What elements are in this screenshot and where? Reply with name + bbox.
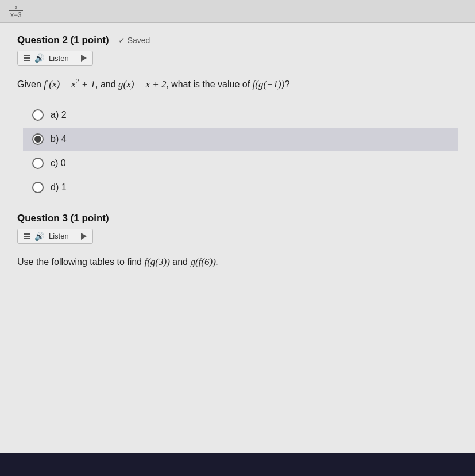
- option-d[interactable]: d) 1: [23, 176, 458, 199]
- speaker-icon: 🔊: [34, 53, 44, 63]
- listen-label-q3: Listen: [49, 232, 69, 240]
- q2-comma-and: , and: [95, 79, 118, 89]
- listen-bar-q3[interactable]: 🔊 Listen: [17, 229, 93, 244]
- question3-title: Question 3: [17, 213, 68, 224]
- q2-post-text: what is the value of: [171, 79, 250, 89]
- radio-b[interactable]: [32, 133, 44, 145]
- saved-check-icon: ✓: [118, 36, 125, 45]
- listen-bar-q2[interactable]: 🔊 Listen: [17, 51, 93, 66]
- play-button-q2[interactable]: [75, 52, 92, 64]
- option-b-label: b) 4: [51, 134, 67, 144]
- radio-c[interactable]: [32, 158, 44, 169]
- lines-icon: [24, 55, 30, 61]
- option-c-label: c) 0: [51, 158, 66, 168]
- q2-pre-text: Given: [17, 79, 41, 89]
- radio-d[interactable]: [32, 182, 44, 193]
- q2-fx: f (x) = x2 + 1: [44, 79, 95, 90]
- top-bar-text: x x−3: [9, 10, 23, 19]
- question2-title: Question 2 (1 point): [17, 34, 109, 46]
- q2-end: ?: [284, 79, 289, 89]
- bottom-bar: [0, 453, 475, 476]
- q3-fg3: f(g(3)): [144, 256, 169, 267]
- radio-a[interactable]: [32, 109, 44, 121]
- play-triangle-icon-q3: [81, 233, 87, 240]
- q3-and: and: [172, 257, 188, 267]
- q3-gf6: g(f(6)).: [190, 256, 218, 267]
- listen-label-q2: Listen: [49, 54, 69, 63]
- question2-header: Question 2 (1 point) ✓ Saved: [17, 34, 458, 46]
- question3-header: Question 3 (1 point): [17, 213, 458, 224]
- saved-label: ✓ Saved: [118, 36, 150, 45]
- question3-text: Use the following tables to find f(g(3))…: [17, 254, 458, 270]
- option-c[interactable]: c) 0: [23, 152, 458, 175]
- listen-button-q2[interactable]: 🔊 Listen: [18, 51, 75, 65]
- options-list-q2: a) 2 b) 4 c) 0 d) 1: [23, 103, 458, 199]
- question2-text: Given f (x) = x2 + 1, and g(x) = x + 2, …: [17, 76, 458, 92]
- q2-fgx: f(g(−1)): [253, 79, 285, 90]
- question3-points: (1 point): [71, 213, 109, 224]
- main-content: Question 2 (1 point) ✓ Saved 🔊 Listen Gi…: [0, 23, 475, 476]
- q3-pre-text: Use the following tables to find: [17, 257, 142, 267]
- saved-text: Saved: [128, 36, 150, 45]
- option-b[interactable]: b) 4: [23, 128, 458, 151]
- speaker-icon-q3: 🔊: [34, 232, 44, 241]
- play-triangle-icon: [81, 55, 87, 62]
- top-bar: x x−3: [0, 0, 475, 23]
- play-button-q3[interactable]: [75, 231, 92, 242]
- lines-icon-q3: [24, 233, 30, 239]
- q2-gx: g(x) = x + 2,: [118, 79, 169, 90]
- option-a-label: a) 2: [51, 110, 67, 120]
- option-d-label: d) 1: [51, 182, 67, 193]
- radio-b-fill: [34, 136, 41, 143]
- option-a[interactable]: a) 2: [23, 103, 458, 126]
- listen-button-q3[interactable]: 🔊 Listen: [18, 229, 75, 243]
